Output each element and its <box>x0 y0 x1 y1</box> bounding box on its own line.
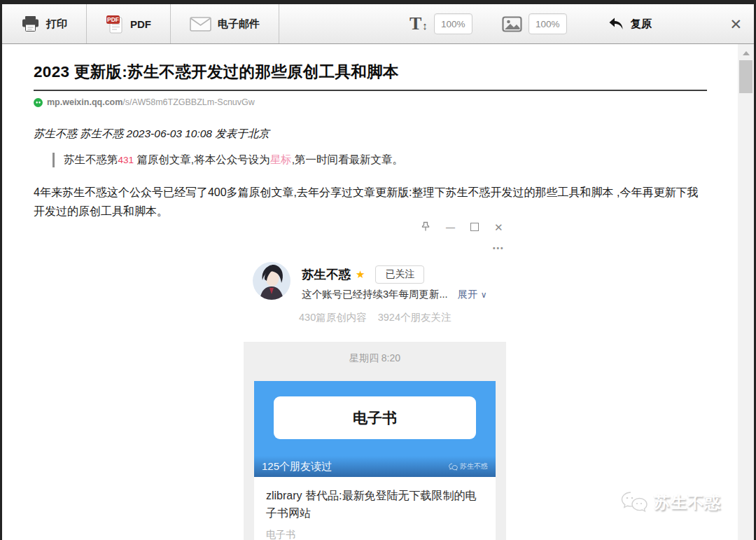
zoom-controls: T ↕ 复原 <box>410 4 652 43</box>
expand-label: 展开 <box>458 289 478 300</box>
wechat-bubbles-icon <box>449 463 458 471</box>
wechat-favicon-icon <box>34 98 43 107</box>
star-icon: ★ <box>356 268 365 281</box>
quote-text: 篇原创文章,将本公众号设为 <box>134 153 270 165</box>
source-url: mp.weixin.qq.com/s/AW58m6TZGBBZLm-ScnuvG… <box>34 97 754 107</box>
scrollbar-thumb[interactable] <box>739 60 752 93</box>
account-description: 这个账号已经持续3年每周更新... <box>302 288 448 301</box>
link-title: zlibrary 替代品:最新免登陆无下载限制的电子书网站 <box>266 487 484 522</box>
email-button[interactable]: 电子邮件 <box>171 4 279 43</box>
source-domain: mp.weixin.qq.com <box>47 97 122 107</box>
account-stats: 430篇原创内容 3924个朋友关注 <box>299 311 451 324</box>
document-area: 2023 更新版:苏生不惑开发过的那些原创工具和脚本 mp.weixin.qq.… <box>2 44 754 540</box>
text-zoom-input[interactable] <box>434 13 472 34</box>
pdf-button-label: PDF <box>130 18 151 30</box>
article-number: 431 <box>118 155 134 165</box>
close-button[interactable]: ✕ <box>729 17 742 32</box>
quote-block: 苏生不惑第431 篇原创文章,将本公众号设为星标,第一时间看最新文章。 <box>52 153 754 167</box>
printer-icon <box>21 15 40 32</box>
article-link-card[interactable]: zlibrary 替代品:最新免登陆无下载限制的电子书网站 电子书 <box>254 477 496 540</box>
link-category: 电子书 <box>266 529 484 540</box>
wechat-bubbles-icon <box>620 490 649 514</box>
pin-icon[interactable] <box>421 221 430 233</box>
print-button[interactable]: 打印 <box>2 4 87 43</box>
toolbar: 打印 PDF PDF 电子邮件 T ↕ <box>2 4 754 44</box>
page-watermark-text: 苏生不惑 <box>654 492 721 513</box>
ebook-card-title: 电子书 <box>274 396 476 439</box>
read-count: 125个朋友读过 <box>262 460 332 473</box>
title-divider <box>34 90 707 91</box>
source-path: /s/AW58m6TZGBBZLm-ScnuvGw <box>122 97 254 107</box>
undo-icon <box>608 16 624 32</box>
article-paragraph: 4年来苏生不惑这个公众号已经写了400多篇原创文章,去年分享过文章更新版:整理下… <box>34 183 707 221</box>
chevron-down-icon: ∨ <box>481 290 487 300</box>
image-size-icon <box>502 16 522 32</box>
restore-button-label: 复原 <box>631 18 652 31</box>
byline: 苏生不惑 苏生不惑 2023-06-03 10:08 发表于北京 <box>34 127 754 141</box>
image-zoom-input[interactable] <box>528 13 567 34</box>
svg-text:PDF: PDF <box>107 16 119 23</box>
minimize-icon[interactable]: — <box>446 223 455 232</box>
source-text: mp.weixin.qq.com/s/AW58m6TZGBBZLm-ScnuvG… <box>47 97 255 107</box>
quote-text: 苏生不惑第 <box>64 153 118 165</box>
email-icon <box>190 17 211 32</box>
pdf-button[interactable]: PDF PDF <box>87 4 171 43</box>
print-preview-window: 打印 PDF PDF 电子邮件 T ↕ <box>0 0 756 540</box>
avatar[interactable] <box>253 262 290 300</box>
ebook-card[interactable]: 电子书 125个朋友读过 苏生不惑 <box>254 381 496 477</box>
restore-button[interactable]: 复原 <box>608 16 652 32</box>
account-description-row: 这个账号已经持续3年每周更新... 展开 ∨ <box>302 288 486 301</box>
card-watermark: 苏生不惑 <box>449 462 488 471</box>
chat-timestamp: 星期四 8:20 <box>244 352 506 365</box>
ebook-card-footer: 125个朋友读过 苏生不惑 <box>254 456 496 477</box>
card-watermark-text: 苏生不惑 <box>460 462 488 471</box>
page-watermark: 苏生不惑 <box>620 490 721 514</box>
text-resize-arrow-icon: ↕ <box>422 20 428 32</box>
account-name-row: 苏生不惑 ★ 已关注 <box>302 265 424 284</box>
expand-link[interactable]: 展开 ∨ <box>458 288 487 301</box>
article-title: 2023 更新版:苏生不惑开发过的那些原创工具和脚本 <box>34 61 707 83</box>
pdf-icon: PDF <box>106 15 124 34</box>
more-options-icon[interactable]: ••• <box>493 244 505 252</box>
original-count: 430篇原创内容 <box>299 311 367 324</box>
maximize-icon[interactable] <box>470 223 479 231</box>
scrollbar[interactable] <box>738 44 754 540</box>
print-button-label: 打印 <box>46 18 67 31</box>
chat-card-container: 星期四 8:20 电子书 125个朋友读过 苏生不惑 <box>244 342 506 540</box>
widget-close-icon[interactable]: ✕ <box>494 222 503 233</box>
followers-count: 3924个朋友关注 <box>378 311 451 324</box>
email-button-label: 电子邮件 <box>218 18 260 31</box>
widget-window-controls: — ✕ <box>421 221 503 233</box>
text-size-icon: T <box>410 15 421 33</box>
scroll-up-icon[interactable] <box>743 51 750 55</box>
star-mark-link[interactable]: 星标 <box>270 153 292 165</box>
account-name: 苏生不惑 <box>302 266 351 283</box>
followed-button[interactable]: 已关注 <box>375 265 424 284</box>
quote-text: ,第一时间看最新文章。 <box>292 153 403 165</box>
